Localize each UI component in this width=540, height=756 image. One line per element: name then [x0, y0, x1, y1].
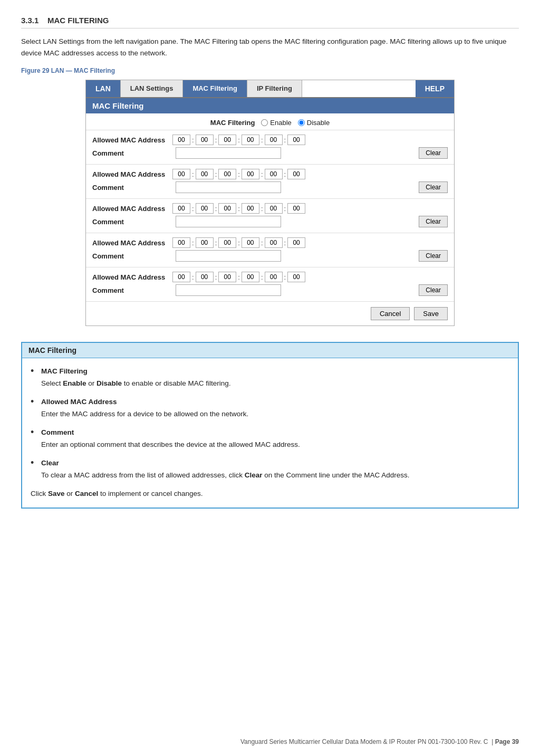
help-items-container: •MAC FilteringSelect Enable or Disable t… [31, 366, 509, 482]
help-item-desc-3: To clear a MAC address from the list of … [41, 470, 410, 482]
mac-sep-3-4: : [261, 205, 263, 213]
page-footer: Vanguard Series Multicarrier Cellular Da… [240, 738, 519, 745]
panel-content: MAC Filtering MAC Filtering Enable Disab… [86, 98, 454, 326]
comment-input-5[interactable] [176, 284, 281, 296]
figure-label: Figure 29 LAN — MAC Filtering [21, 67, 519, 74]
clear-button-2[interactable]: Clear [419, 181, 448, 193]
help-item-content-1: Allowed MAC AddressEnter the MAC address… [41, 396, 248, 420]
mac-octet-3-0[interactable] [172, 203, 190, 214]
comment-label-5: Comment [92, 286, 171, 294]
mac-sep-3-1: : [192, 205, 194, 213]
clear-button-5[interactable]: Clear [419, 284, 448, 296]
comment-label-2: Comment [92, 184, 171, 192]
mac-octet-4-1[interactable] [196, 237, 214, 248]
mac-octet-1-2[interactable] [218, 135, 236, 145]
mac-address-row-5: Allowed MAC Address::::: [92, 272, 448, 282]
section-number: 3.3.1 [21, 16, 38, 25]
mac-octet-2-4[interactable] [265, 169, 283, 179]
mac-sep-4-3: : [238, 239, 240, 247]
mac-octet-4-2[interactable] [218, 237, 236, 248]
clear-button-4[interactable]: Clear [419, 250, 448, 262]
cancel-button[interactable]: Cancel [371, 307, 410, 320]
mac-octet-5-0[interactable] [172, 272, 190, 282]
comment-row-3: CommentClear [92, 216, 448, 227]
mac-octet-4-0[interactable] [172, 237, 190, 248]
mac-section-1: Allowed MAC Address:::::CommentClear [86, 130, 454, 164]
tab-lan[interactable]: LAN [86, 80, 121, 97]
mac-octet-1-5[interactable] [287, 135, 305, 145]
help-item-title-3: Clear [41, 457, 410, 470]
mac-sep-3-2: : [215, 205, 217, 213]
mac-address-row-1: Allowed MAC Address::::: [92, 135, 448, 145]
clear-button-1[interactable]: Clear [419, 147, 448, 159]
mac-sep-2-4: : [261, 170, 263, 178]
router-panel: LAN LAN Settings MAC Filtering IP Filter… [85, 80, 455, 326]
mac-octet-4-3[interactable] [242, 237, 259, 248]
help-item-content-2: CommentEnter an optional comment that de… [41, 427, 300, 451]
mac-octet-1-1[interactable] [196, 135, 214, 145]
mac-octet-2-5[interactable] [287, 169, 305, 179]
help-item-desc-0: Select Enable or Disable to enable or di… [41, 378, 230, 390]
mac-address-label-1: Allowed MAC Address [92, 136, 171, 144]
comment-label-3: Comment [92, 218, 171, 226]
comment-input-1[interactable] [176, 147, 281, 159]
bullet-1: • [31, 396, 41, 420]
mac-sep-2-1: : [192, 170, 194, 178]
mac-address-label-4: Allowed MAC Address [92, 239, 171, 247]
mac-octet-5-1[interactable] [196, 272, 214, 282]
mac-sep-1-2: : [215, 136, 217, 144]
help-item-title-1: Allowed MAC Address [41, 396, 248, 408]
tab-ip-filtering[interactable]: IP Filtering [247, 80, 302, 97]
help-footer-note: Click Save or Cancel to implement or can… [31, 488, 509, 500]
mac-octet-3-5[interactable] [287, 203, 305, 214]
mac-sep-3-3: : [238, 205, 240, 213]
mac-octet-1-4[interactable] [265, 135, 283, 145]
comment-input-3[interactable] [176, 216, 281, 227]
mac-sep-5-3: : [238, 273, 240, 281]
mac-sep-1-3: : [238, 136, 240, 144]
comment-input-4[interactable] [176, 250, 281, 262]
tab-mac-filtering[interactable]: MAC Filtering [183, 80, 247, 97]
enable-option[interactable]: Enable [261, 119, 291, 127]
mac-octet-5-3[interactable] [242, 272, 259, 282]
mac-octet-4-4[interactable] [265, 237, 283, 248]
bullet-2: • [31, 427, 41, 451]
bullet-0: • [31, 366, 41, 390]
mac-octet-2-1[interactable] [196, 169, 214, 179]
mac-octet-3-2[interactable] [218, 203, 236, 214]
disable-option[interactable]: Disable [298, 119, 330, 127]
mac-octet-5-5[interactable] [287, 272, 305, 282]
enable-radio[interactable] [261, 119, 268, 126]
mac-octet-1-0[interactable] [172, 135, 190, 145]
action-row: Cancel Save [86, 301, 454, 326]
mac-sep-4-1: : [192, 239, 194, 247]
mac-octet-3-3[interactable] [242, 203, 259, 214]
tab-help[interactable]: HELP [416, 80, 454, 97]
disable-radio[interactable] [298, 119, 305, 126]
filter-toggle-row: MAC Filtering Enable Disable [86, 113, 454, 130]
mac-octet-5-4[interactable] [265, 272, 283, 282]
clear-button-3[interactable]: Clear [419, 216, 448, 227]
comment-label-4: Comment [92, 252, 171, 260]
save-button[interactable]: Save [414, 307, 448, 320]
mac-octet-4-5[interactable] [287, 237, 305, 248]
comment-label-1: Comment [92, 149, 171, 157]
mac-octet-5-2[interactable] [218, 272, 236, 282]
mac-sep-3-5: : [284, 205, 286, 213]
mac-section-4: Allowed MAC Address:::::CommentClear [86, 233, 454, 267]
mac-octet-3-4[interactable] [265, 203, 283, 214]
section-heading: 3.3.1 MAC FILTERING [21, 16, 519, 28]
mac-filtering-toggle-label: MAC Filtering [210, 119, 255, 127]
tab-lan-settings[interactable]: LAN Settings [121, 80, 184, 97]
mac-sep-4-2: : [215, 239, 217, 247]
mac-octet-1-3[interactable] [242, 135, 259, 145]
mac-octet-2-0[interactable] [172, 169, 190, 179]
comment-input-2[interactable] [176, 181, 281, 193]
disable-label: Disable [307, 119, 330, 127]
mac-octet-2-2[interactable] [218, 169, 236, 179]
comment-row-4: CommentClear [92, 250, 448, 262]
mac-octet-2-3[interactable] [242, 169, 259, 179]
mac-octet-3-1[interactable] [196, 203, 214, 214]
help-item-desc-2: Enter an optional comment that describes… [41, 439, 300, 451]
page-number: Page 39 [495, 738, 519, 745]
